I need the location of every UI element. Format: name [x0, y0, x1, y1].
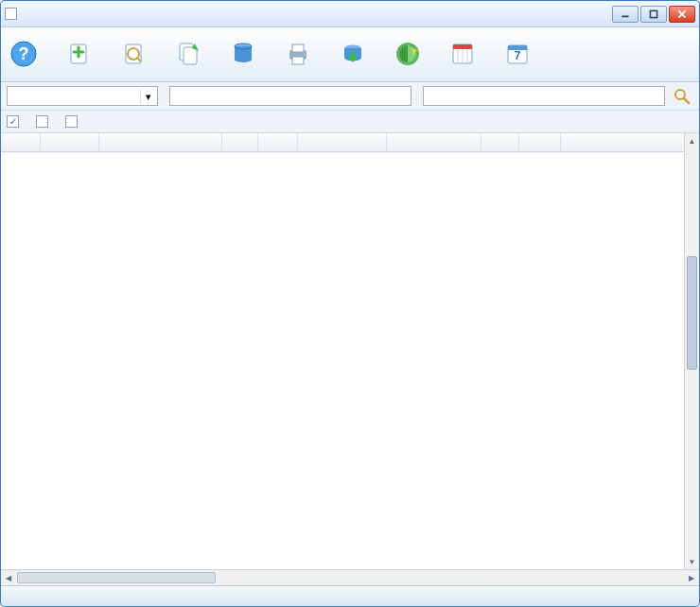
scroll-left-icon[interactable]: ◀: [1, 570, 16, 585]
svg-text:?: ?: [19, 44, 29, 63]
inactive-checkbox[interactable]: [36, 115, 52, 128]
grid-header: [1, 133, 699, 152]
svg-rect-16: [292, 57, 304, 64]
search-from-input[interactable]: [169, 86, 411, 106]
search-bar: ▾: [1, 82, 699, 111]
print-button[interactable]: [283, 39, 313, 70]
svg-rect-11: [184, 47, 197, 64]
view-button[interactable]: [447, 39, 478, 70]
status-bar: [1, 585, 699, 606]
col-tax[interactable]: [481, 133, 519, 151]
delete-icon: [228, 39, 258, 69]
duplicate-icon: [173, 39, 203, 69]
new-icon: [63, 39, 94, 69]
delete-button[interactable]: [228, 39, 258, 70]
vertical-scrollbar[interactable]: ▲ ▼: [684, 133, 699, 569]
scrollbar-thumb[interactable]: [687, 256, 697, 370]
scroll-down-icon[interactable]: ▼: [685, 554, 699, 569]
window: ?: [0, 0, 700, 607]
col-play-num[interactable]: [1, 133, 41, 151]
grid-body[interactable]: [1, 152, 699, 569]
col-num-perf[interactable]: [258, 133, 298, 151]
open-icon: [118, 39, 149, 69]
filter-bar: ✓: [1, 111, 699, 133]
help-icon: ?: [9, 39, 39, 69]
titlebar-checkbox[interactable]: [5, 8, 17, 20]
toolbar: ?: [1, 27, 699, 82]
closed-checkbox[interactable]: [65, 115, 81, 128]
minimize-button[interactable]: [612, 6, 639, 23]
col-theatre[interactable]: [561, 133, 699, 151]
col-play-title[interactable]: [99, 133, 222, 151]
put-icon: [393, 39, 423, 69]
svg-line-28: [684, 98, 689, 103]
help-button[interactable]: ?: [9, 39, 39, 70]
put-button[interactable]: [393, 39, 423, 70]
scroll-up-icon[interactable]: ▲: [685, 133, 699, 148]
col-time[interactable]: [519, 133, 561, 151]
export-button[interactable]: [338, 39, 368, 70]
svg-rect-15: [292, 44, 304, 52]
calendar-button[interactable]: 7: [502, 39, 533, 70]
grid: ▲ ▼ ◀ ▶: [1, 133, 699, 585]
open-button[interactable]: [118, 39, 149, 70]
search-field-combo[interactable]: ▾: [7, 86, 158, 106]
active-checkbox[interactable]: ✓: [7, 115, 23, 128]
svg-rect-20: [453, 44, 472, 49]
svg-text:7: 7: [515, 49, 521, 62]
maximize-button[interactable]: [640, 6, 667, 23]
horizontal-scrollbar[interactable]: ◀ ▶: [1, 569, 699, 585]
close-button[interactable]: [669, 6, 695, 23]
col-play-code[interactable]: [41, 133, 99, 151]
col-year[interactable]: [222, 133, 258, 151]
duplicate-button[interactable]: [173, 39, 203, 70]
view-icon: [447, 39, 478, 69]
col-last-perf[interactable]: [387, 133, 481, 151]
print-icon: [283, 39, 313, 69]
hscrollbar-thumb[interactable]: [17, 572, 216, 583]
svg-rect-1: [650, 10, 656, 17]
search-go-button[interactable]: [671, 86, 693, 107]
chevron-down-icon: ▾: [140, 89, 155, 104]
calendar-icon: 7: [502, 39, 533, 69]
export-icon: [338, 39, 368, 69]
new-button[interactable]: [63, 39, 94, 70]
titlebar: [1, 1, 699, 27]
search-to-input[interactable]: [423, 86, 665, 106]
scroll-right-icon[interactable]: ▶: [684, 570, 699, 585]
col-first-perf[interactable]: [298, 133, 387, 151]
